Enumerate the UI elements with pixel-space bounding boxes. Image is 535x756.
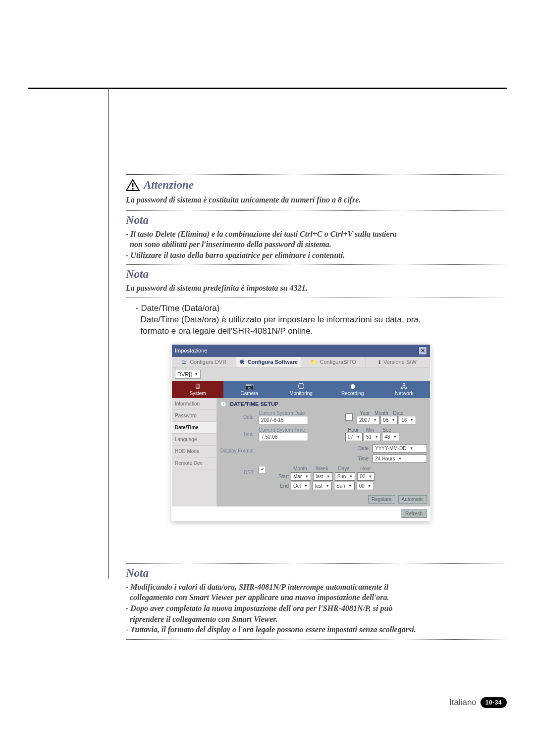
svg-rect-2 bbox=[132, 188, 134, 190]
tab-label: Configura DVR bbox=[190, 359, 226, 365]
date-enable-checkbox[interactable] bbox=[345, 413, 353, 421]
row-dst: DST ✓ Month Week Days Hour bbox=[220, 466, 427, 490]
note-title-1: Nota bbox=[126, 214, 507, 227]
info-icon: ℹ bbox=[378, 359, 380, 365]
tab-network[interactable]: 🖧Network bbox=[378, 381, 430, 398]
tab-system[interactable]: 🖥System bbox=[172, 381, 223, 398]
warning-icon bbox=[126, 179, 140, 191]
dst-checkbox[interactable]: ✓ bbox=[259, 466, 266, 473]
attention-body: La password di sistema è costituita unic… bbox=[126, 195, 507, 205]
section-icon: 🕒 bbox=[220, 401, 227, 407]
side-rule bbox=[108, 88, 108, 579]
tab-versione-sw[interactable]: ℹVersione S/W bbox=[366, 357, 430, 367]
btn-automatic[interactable]: Automatic bbox=[398, 495, 427, 504]
attention-title: Attenzione bbox=[144, 179, 194, 192]
dvr-select-value: DVR[] bbox=[177, 371, 192, 377]
tab-label: ConfiguraSITO bbox=[320, 359, 356, 365]
tab-camera[interactable]: 📷Camera bbox=[223, 381, 275, 398]
close-button[interactable]: ✕ bbox=[419, 347, 427, 355]
dst-end-week[interactable]: last▼ bbox=[312, 482, 331, 490]
chevron-down-icon: ▼ bbox=[393, 435, 397, 439]
chevron-down-icon: ▼ bbox=[305, 474, 309, 479]
sidemenu-language[interactable]: Language bbox=[172, 434, 216, 446]
dst-start-month[interactable]: Mar▼ bbox=[291, 472, 311, 481]
month-select[interactable]: 08▼ bbox=[380, 416, 398, 424]
btn-regolare[interactable]: Regolare bbox=[368, 495, 395, 504]
tab-label: Versione S/W bbox=[383, 359, 417, 365]
tab-monitoring[interactable]: 🖵Monitoring bbox=[275, 381, 326, 398]
chevron-down-icon: ▼ bbox=[398, 456, 402, 461]
sidemenu-information[interactable]: Information bbox=[172, 398, 216, 410]
tab-label: System bbox=[189, 391, 206, 396]
date-format-select[interactable]: YYYY-MM-DD▼ bbox=[373, 444, 427, 453]
tab-label: Recording bbox=[341, 391, 364, 396]
monitor-icon: 🖵 bbox=[298, 383, 305, 390]
folder-icon: 🗂 bbox=[181, 359, 187, 365]
divider bbox=[126, 264, 507, 265]
page-number-badge: 10-34 bbox=[481, 697, 507, 708]
note-body-2: La password di sistema predefinita è imp… bbox=[126, 283, 507, 294]
current-date-field[interactable]: 2007-8-18 bbox=[259, 416, 308, 424]
tab-configura-sito[interactable]: 📁ConfiguraSITO bbox=[301, 357, 366, 367]
caption-current-time: Current System Time bbox=[259, 427, 340, 433]
dialog-title: Impostazione bbox=[175, 348, 207, 353]
hour-select[interactable]: 07▼ bbox=[345, 433, 363, 441]
footer: Italiano 10-34 bbox=[449, 697, 507, 708]
network-icon: 🖧 bbox=[401, 383, 408, 390]
sec-select[interactable]: 48▼ bbox=[382, 433, 399, 441]
tools-icon: 🛠 bbox=[239, 359, 245, 365]
note-item: - Utilizzare il tasto della barra spazia… bbox=[126, 250, 507, 261]
current-time-field[interactable]: 7:52:08 bbox=[259, 433, 308, 441]
label-hour: Hour bbox=[345, 427, 361, 433]
label-dst-hour: Hour bbox=[357, 466, 374, 471]
record-icon: ⏺ bbox=[349, 383, 356, 390]
row-display-format: Display Format Date YYYY-MM-DD▼ Time 24 … bbox=[220, 444, 427, 463]
label-time: Time bbox=[220, 427, 254, 437]
label-dst-start: Start bbox=[273, 474, 289, 479]
dst-end-hour[interactable]: 00▼ bbox=[357, 482, 374, 490]
chevron-down-icon: ▼ bbox=[326, 474, 330, 479]
dst-start-week[interactable]: last▼ bbox=[313, 472, 332, 481]
label-dst-days: Days bbox=[335, 466, 352, 471]
note-item: - Dopo aver completato la nuova impostaz… bbox=[126, 603, 507, 624]
tab-recording[interactable]: ⏺Recording bbox=[327, 381, 378, 398]
dst-start-day[interactable]: Sun▼ bbox=[335, 472, 356, 481]
min-select[interactable]: 51▼ bbox=[364, 433, 381, 441]
note-item: - Tuttavia, il formato del display o l'o… bbox=[126, 624, 507, 635]
dvr-select[interactable]: DVR[] ▼ bbox=[175, 370, 201, 379]
chevron-down-icon: ▼ bbox=[391, 418, 395, 422]
system-sidemenu: Information Password Date/Time Language … bbox=[172, 398, 217, 506]
row-date: Date Current System Date 2007-8-18 bbox=[220, 410, 427, 424]
sidemenu-hddmode[interactable]: HDD Mode bbox=[172, 446, 216, 457]
tab-configura-dvr[interactable]: 🗂Configura DVR bbox=[172, 357, 236, 367]
time-format-select[interactable]: 24 Hours▼ bbox=[373, 454, 427, 463]
date-select[interactable]: 18▼ bbox=[399, 416, 416, 424]
footer-language: Italiano bbox=[449, 698, 477, 707]
chevron-down-icon: ▼ bbox=[348, 484, 352, 488]
section-title-text: DATE/TIME SETUP bbox=[230, 401, 278, 407]
divider bbox=[126, 298, 507, 298]
chevron-down-icon: ▼ bbox=[304, 484, 308, 488]
tab-configura-software[interactable]: 🛠Configura Software bbox=[236, 357, 301, 367]
datetime-description: - Date/Time (Data/ora) Date/Time (Data/o… bbox=[126, 303, 507, 337]
divider bbox=[126, 210, 507, 211]
tab-label: Configura Software bbox=[248, 359, 298, 365]
label-month: Month bbox=[374, 410, 389, 416]
btn-refresh[interactable]: Refresh bbox=[401, 509, 427, 518]
svg-rect-1 bbox=[132, 183, 134, 187]
dst-end-month[interactable]: Oct▼ bbox=[291, 482, 310, 490]
label-date: Date bbox=[220, 410, 254, 420]
note-body-1: - Il tasto Delete (Elimina) e la combina… bbox=[126, 229, 507, 261]
section-title: 🕒 DATE/TIME SETUP bbox=[220, 401, 427, 407]
label-year: Year bbox=[357, 410, 373, 416]
year-select[interactable]: 2007▼ bbox=[357, 416, 379, 424]
sidemenu-password[interactable]: Password bbox=[172, 410, 216, 422]
system-icon: 🖥 bbox=[194, 383, 201, 390]
dialog-titlebar[interactable]: Impostazione ✕ bbox=[172, 345, 430, 357]
dst-end-day[interactable]: Sun▼ bbox=[334, 482, 355, 490]
settings-canvas: 🕒 DATE/TIME SETUP Date Current System Da… bbox=[217, 398, 430, 506]
dst-start-hour[interactable]: 00▼ bbox=[357, 472, 374, 481]
label-display-format: Display Format bbox=[220, 444, 254, 454]
sidemenu-datetime[interactable]: Date/Time bbox=[172, 422, 216, 434]
sidemenu-remotedev[interactable]: Remote Dev bbox=[172, 457, 216, 469]
